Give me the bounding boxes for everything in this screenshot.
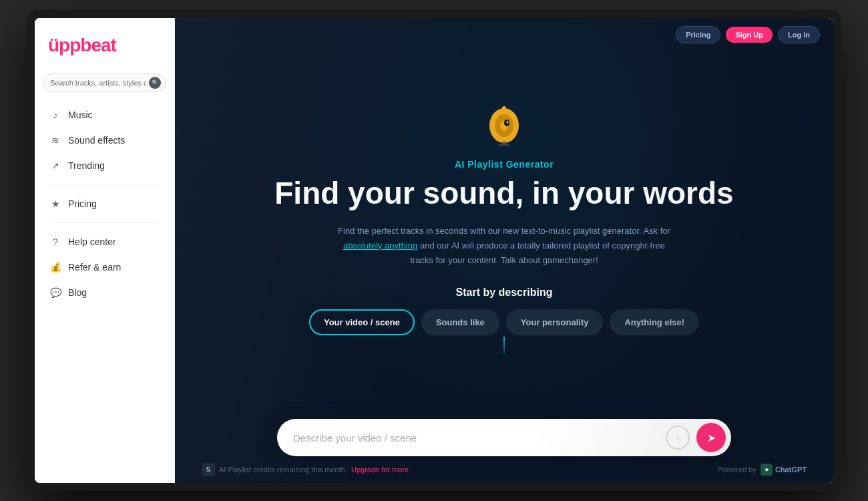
pricing-button[interactable]: Pricing [676, 26, 720, 43]
sidebar-item-music[interactable]: ♪ Music [40, 103, 169, 127]
credits-count: 5 [202, 463, 215, 476]
login-button[interactable]: Log in [778, 26, 820, 43]
sidebar-nav: ♪ Music ≋ Sound effects ↗ Trending ★ Pri… [35, 103, 174, 305]
screen: üppbeat 🔍 ♪ Music ≋ Sound effects ↗ [35, 18, 833, 483]
tab-video-scene[interactable]: Your video / scene [309, 309, 415, 335]
laptop-frame: üppbeat 🔍 ♪ Music ≋ Sound effects ↗ [27, 10, 841, 491]
sidebar-label-trending: Trending [68, 160, 105, 171]
pricing-icon: ★ [49, 198, 61, 209]
credits-section: 5 AI Playlist credits remaining this mon… [202, 463, 409, 476]
search-button[interactable]: 🔍 [149, 77, 161, 89]
nav-divider-2 [49, 222, 160, 223]
hero-desc-part1: Find the perfect tracks in seconds with … [338, 226, 670, 236]
submit-arrow-icon: ➤ [707, 432, 716, 444]
sidebar-label-sound-effects: Sound effects [68, 135, 125, 146]
hero-desc-highlight[interactable]: absolutely anything [343, 240, 417, 251]
trending-icon: ↗ [49, 160, 61, 171]
start-label: Start by describing [456, 287, 553, 299]
search-circle-icon: ○ [666, 426, 690, 450]
logo-text: üppbeat [48, 33, 161, 61]
hero-description: Find the perfect tracks in seconds with … [337, 224, 671, 268]
blog-icon: 💬 [49, 287, 61, 298]
main-content: Pricing Sign Up Log in [175, 18, 833, 483]
tab-personality[interactable]: Your personality [506, 309, 604, 335]
sidebar-item-help[interactable]: ? Help center [40, 230, 169, 254]
powered-by-section: Powered by ✦ ChatGPT [718, 464, 807, 476]
search-input[interactable] [43, 73, 166, 92]
help-icon: ? [49, 236, 61, 247]
powered-by-label: Powered by [718, 466, 756, 474]
upgrade-link[interactable]: Upgrade for more [351, 466, 409, 474]
tab-sounds-like[interactable]: Sounds like [421, 309, 499, 335]
nav-divider-1 [49, 184, 160, 185]
logo-svg: üppbeat [48, 33, 122, 57]
top-bar: Pricing Sign Up Log in [662, 18, 833, 51]
hero-section: AI Playlist Generator Find your sound, i… [175, 18, 833, 426]
hero-title: Find your sound, in your words [274, 176, 733, 210]
sidebar-label-help: Help center [68, 236, 116, 247]
sidebar-label-refer: Refer & earn [68, 262, 121, 273]
chatgpt-logo: ✦ ChatGPT [761, 464, 807, 476]
start-section: Start by describing Your video / scene S… [270, 287, 738, 357]
connector-line [503, 337, 505, 357]
tab-anything-else[interactable]: Anything else! [610, 309, 699, 335]
chatgpt-label: ChatGPT [775, 466, 807, 474]
vinyl-mascot [480, 100, 528, 148]
sidebar-label-music: Music [68, 110, 93, 120]
sidebar-item-blog[interactable]: 💬 Blog [40, 281, 169, 305]
sidebar-item-sound-effects[interactable]: ≋ Sound effects [40, 128, 169, 152]
sidebar-item-trending[interactable]: ↗ Trending [40, 154, 169, 178]
hero-subtitle: AI Playlist Generator [455, 159, 554, 170]
refer-icon: 💰 [49, 262, 61, 273]
search-submit-button[interactable]: ➤ [696, 423, 726, 452]
music-icon: ♪ [49, 110, 61, 120]
sidebar: üppbeat 🔍 ♪ Music ≋ Sound effects ↗ [35, 18, 175, 483]
hero-desc-part2: and our AI will produce a totally tailor… [410, 240, 665, 265]
svg-rect-7 [499, 144, 509, 146]
tab-buttons-group: Your video / scene Sounds like Your pers… [309, 309, 699, 335]
chatgpt-icon: ✦ [761, 464, 773, 476]
svg-text:üppbeat: üppbeat [48, 35, 117, 55]
credits-label: AI Playlist credits remaining this month… [219, 466, 347, 474]
playlist-search-input[interactable] [293, 432, 659, 444]
signup-button[interactable]: Sign Up [726, 27, 773, 43]
bottom-bar: 5 AI Playlist credits remaining this mon… [175, 456, 833, 483]
svg-point-5 [507, 122, 509, 124]
sidebar-label-blog: Blog [68, 287, 87, 298]
search-container: 🔍 [43, 73, 166, 92]
sound-effects-icon: ≋ [49, 135, 61, 146]
sidebar-item-refer[interactable]: 💰 Refer & earn [40, 255, 169, 279]
sidebar-label-pricing: Pricing [68, 198, 97, 209]
logo[interactable]: üppbeat [35, 18, 174, 73]
sidebar-item-pricing[interactable]: ★ Pricing [40, 192, 169, 216]
